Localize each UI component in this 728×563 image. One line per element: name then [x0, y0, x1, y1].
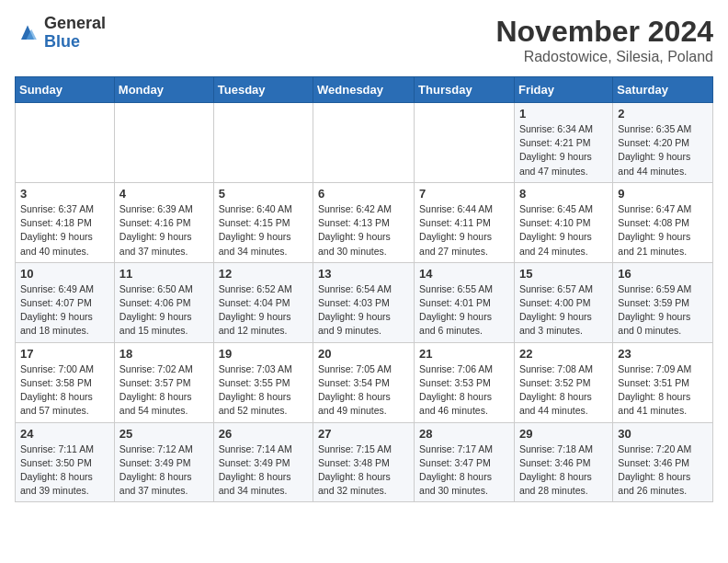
day-number: 11	[119, 267, 209, 281]
day-info: Sunrise: 7:17 AM Sunset: 3:47 PM Dayligh…	[419, 442, 509, 499]
calendar-cell: 13Sunrise: 6:54 AM Sunset: 4:03 PM Dayli…	[313, 262, 415, 342]
calendar-cell: 8Sunrise: 6:45 AM Sunset: 4:10 PM Daylig…	[514, 182, 612, 262]
calendar-cell: 17Sunrise: 7:00 AM Sunset: 3:58 PM Dayli…	[16, 342, 115, 422]
day-info: Sunrise: 6:55 AM Sunset: 4:01 PM Dayligh…	[419, 282, 509, 339]
calendar-cell	[313, 103, 415, 183]
day-info: Sunrise: 6:52 AM Sunset: 4:04 PM Dayligh…	[219, 282, 308, 339]
logo-general: General	[44, 14, 106, 32]
day-number: 14	[419, 267, 509, 281]
day-info: Sunrise: 7:14 AM Sunset: 3:49 PM Dayligh…	[219, 442, 308, 499]
day-info: Sunrise: 7:09 AM Sunset: 3:51 PM Dayligh…	[618, 362, 708, 419]
calendar-cell: 25Sunrise: 7:12 AM Sunset: 3:49 PM Dayli…	[114, 422, 213, 502]
day-info: Sunrise: 6:59 AM Sunset: 3:59 PM Dayligh…	[618, 282, 708, 339]
calendar-cell: 21Sunrise: 7:06 AM Sunset: 3:53 PM Dayli…	[415, 342, 515, 422]
logo-blue: Blue	[44, 32, 80, 51]
weekday-header-cell: Friday	[514, 77, 612, 103]
day-info: Sunrise: 7:03 AM Sunset: 3:55 PM Dayligh…	[219, 362, 308, 419]
calendar-cell: 15Sunrise: 6:57 AM Sunset: 4:00 PM Dayli…	[514, 262, 612, 342]
calendar-cell	[114, 103, 213, 183]
calendar-cell: 22Sunrise: 7:08 AM Sunset: 3:52 PM Dayli…	[514, 342, 612, 422]
calendar-cell: 24Sunrise: 7:11 AM Sunset: 3:50 PM Dayli…	[16, 422, 115, 502]
day-info: Sunrise: 7:02 AM Sunset: 3:57 PM Dayligh…	[119, 362, 209, 419]
day-number: 16	[618, 267, 708, 281]
calendar-cell: 27Sunrise: 7:15 AM Sunset: 3:48 PM Dayli…	[313, 422, 415, 502]
calendar-cell: 16Sunrise: 6:59 AM Sunset: 3:59 PM Dayli…	[613, 262, 713, 342]
logo: General Blue	[15, 15, 106, 52]
calendar-cell	[16, 103, 115, 183]
day-info: Sunrise: 7:20 AM Sunset: 3:46 PM Dayligh…	[618, 442, 708, 499]
calendar-cell: 10Sunrise: 6:49 AM Sunset: 4:07 PM Dayli…	[16, 262, 115, 342]
day-number: 12	[219, 267, 308, 281]
calendar-cell: 18Sunrise: 7:02 AM Sunset: 3:57 PM Dayli…	[114, 342, 213, 422]
calendar-cell: 6Sunrise: 6:42 AM Sunset: 4:13 PM Daylig…	[313, 182, 415, 262]
day-number: 15	[519, 267, 608, 281]
weekday-header-cell: Thursday	[415, 77, 515, 103]
day-number: 1	[519, 107, 608, 121]
day-number: 5	[219, 187, 308, 201]
day-number: 26	[219, 427, 308, 441]
day-number: 21	[419, 347, 509, 361]
calendar-cell: 11Sunrise: 6:50 AM Sunset: 4:06 PM Dayli…	[114, 262, 213, 342]
calendar-week-row: 17Sunrise: 7:00 AM Sunset: 3:58 PM Dayli…	[16, 342, 713, 422]
day-number: 22	[519, 347, 608, 361]
day-info: Sunrise: 7:06 AM Sunset: 3:53 PM Dayligh…	[419, 362, 509, 419]
calendar-cell: 5Sunrise: 6:40 AM Sunset: 4:15 PM Daylig…	[213, 182, 313, 262]
calendar-cell: 29Sunrise: 7:18 AM Sunset: 3:46 PM Dayli…	[514, 422, 612, 502]
day-info: Sunrise: 7:18 AM Sunset: 3:46 PM Dayligh…	[519, 442, 608, 499]
day-number: 29	[519, 427, 608, 441]
calendar-cell: 20Sunrise: 7:05 AM Sunset: 3:54 PM Dayli…	[313, 342, 415, 422]
day-info: Sunrise: 6:50 AM Sunset: 4:06 PM Dayligh…	[119, 282, 209, 339]
calendar-cell: 1Sunrise: 6:34 AM Sunset: 4:21 PM Daylig…	[514, 103, 612, 183]
day-number: 25	[119, 427, 209, 441]
day-info: Sunrise: 6:57 AM Sunset: 4:00 PM Dayligh…	[519, 282, 608, 339]
day-number: 6	[318, 187, 409, 201]
calendar-week-row: 10Sunrise: 6:49 AM Sunset: 4:07 PM Dayli…	[16, 262, 713, 342]
logo-icon	[15, 20, 40, 46]
calendar-cell: 3Sunrise: 6:37 AM Sunset: 4:18 PM Daylig…	[16, 182, 115, 262]
weekday-header-cell: Sunday	[16, 77, 115, 103]
calendar-cell: 23Sunrise: 7:09 AM Sunset: 3:51 PM Dayli…	[613, 342, 713, 422]
day-info: Sunrise: 6:37 AM Sunset: 4:18 PM Dayligh…	[20, 202, 109, 259]
day-info: Sunrise: 7:08 AM Sunset: 3:52 PM Dayligh…	[519, 362, 608, 419]
day-number: 4	[119, 187, 209, 201]
calendar-table: SundayMondayTuesdayWednesdayThursdayFrid…	[15, 76, 713, 502]
day-number: 20	[318, 347, 409, 361]
day-info: Sunrise: 6:54 AM Sunset: 4:03 PM Dayligh…	[318, 282, 409, 339]
calendar-cell: 19Sunrise: 7:03 AM Sunset: 3:55 PM Dayli…	[213, 342, 313, 422]
calendar-cell	[213, 103, 313, 183]
day-number: 18	[119, 347, 209, 361]
day-number: 28	[419, 427, 509, 441]
day-info: Sunrise: 6:34 AM Sunset: 4:21 PM Dayligh…	[519, 122, 608, 178]
day-info: Sunrise: 6:47 AM Sunset: 4:08 PM Dayligh…	[618, 202, 708, 259]
day-number: 19	[219, 347, 308, 361]
calendar-cell: 12Sunrise: 6:52 AM Sunset: 4:04 PM Dayli…	[213, 262, 313, 342]
day-info: Sunrise: 7:12 AM Sunset: 3:49 PM Dayligh…	[119, 442, 209, 499]
day-number: 10	[20, 267, 109, 281]
day-number: 3	[20, 187, 109, 201]
day-number: 23	[618, 347, 708, 361]
calendar-cell: 9Sunrise: 6:47 AM Sunset: 4:08 PM Daylig…	[613, 182, 713, 262]
day-info: Sunrise: 6:49 AM Sunset: 4:07 PM Dayligh…	[20, 282, 109, 339]
calendar-cell: 7Sunrise: 6:44 AM Sunset: 4:11 PM Daylig…	[415, 182, 515, 262]
location-subtitle: Radostowice, Silesia, Poland	[495, 49, 713, 65]
day-number: 9	[618, 187, 708, 201]
day-number: 2	[618, 107, 708, 121]
day-number: 24	[20, 427, 109, 441]
day-info: Sunrise: 6:40 AM Sunset: 4:15 PM Dayligh…	[219, 202, 308, 259]
day-info: Sunrise: 6:35 AM Sunset: 4:20 PM Dayligh…	[618, 122, 708, 178]
day-info: Sunrise: 7:11 AM Sunset: 3:50 PM Dayligh…	[20, 442, 109, 499]
calendar-cell	[415, 103, 515, 183]
weekday-header-cell: Tuesday	[213, 77, 313, 103]
calendar-cell: 26Sunrise: 7:14 AM Sunset: 3:49 PM Dayli…	[213, 422, 313, 502]
calendar-cell: 14Sunrise: 6:55 AM Sunset: 4:01 PM Dayli…	[415, 262, 515, 342]
day-number: 17	[20, 347, 109, 361]
day-number: 7	[419, 187, 509, 201]
day-info: Sunrise: 7:05 AM Sunset: 3:54 PM Dayligh…	[318, 362, 409, 419]
calendar-cell: 2Sunrise: 6:35 AM Sunset: 4:20 PM Daylig…	[613, 103, 713, 183]
weekday-header-cell: Wednesday	[313, 77, 415, 103]
day-info: Sunrise: 7:15 AM Sunset: 3:48 PM Dayligh…	[318, 442, 409, 499]
day-info: Sunrise: 6:45 AM Sunset: 4:10 PM Dayligh…	[519, 202, 608, 259]
calendar-week-row: 1Sunrise: 6:34 AM Sunset: 4:21 PM Daylig…	[16, 103, 713, 183]
title-block: November 2024 Radostowice, Silesia, Pola…	[495, 15, 713, 65]
weekday-header-row: SundayMondayTuesdayWednesdayThursdayFrid…	[16, 77, 713, 103]
